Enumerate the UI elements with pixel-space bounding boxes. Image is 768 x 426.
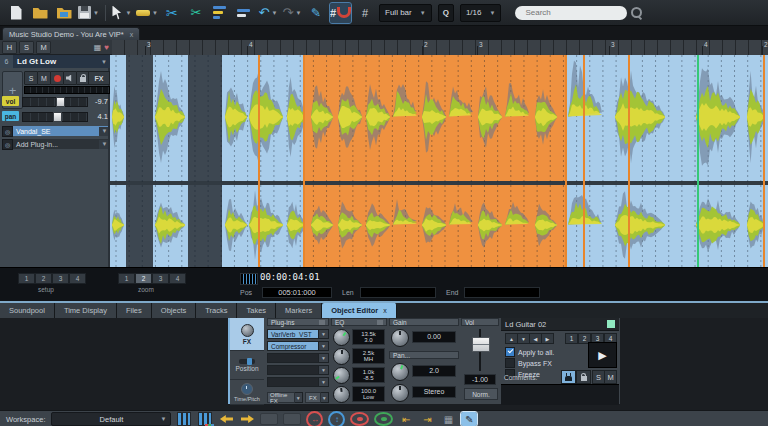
object-nav-arrow[interactable]: ▶: [541, 333, 554, 344]
power-icon[interactable]: ◎: [2, 126, 13, 137]
dock-tab-objects[interactable]: Objects: [152, 303, 196, 318]
vol-fader-handle[interactable]: [472, 337, 490, 352]
zoom-button-3[interactable]: 3: [152, 273, 169, 284]
quantize-value-select[interactable]: 1/16 ▼: [460, 4, 502, 22]
normalize-button[interactable]: Norm.: [464, 388, 498, 400]
pos-field[interactable]: 005:01:000: [262, 287, 332, 298]
pan-handle[interactable]: [53, 112, 62, 122]
object-draw-tool-icon[interactable]: ▼: [136, 3, 158, 23]
track-mute-button[interactable]: M: [37, 71, 51, 85]
track-title-bar[interactable]: 6 Ld Gt Low ▼: [0, 55, 110, 68]
stereo-value[interactable]: Stereo: [412, 386, 456, 398]
chevron-down-icon[interactable]: ▼: [295, 392, 303, 403]
pan-knob[interactable]: [391, 363, 409, 381]
eq-knob-3[interactable]: [333, 367, 350, 384]
quantize-button[interactable]: Q: [438, 4, 454, 22]
dock-tab-soundpool[interactable]: Soundpool: [0, 303, 55, 318]
timecode-display[interactable]: 00:00:04:01: [260, 272, 320, 282]
import-audio-icon[interactable]: [54, 3, 74, 23]
disabled-button[interactable]: [283, 412, 301, 426]
plugin-slot[interactable]: ◎ Vandal_SE ▼: [2, 126, 108, 136]
fx-plugin-slot[interactable]: Compressor▼: [267, 341, 329, 351]
object-preset-1[interactable]: 1: [565, 333, 578, 344]
object-left-icon[interactable]: [218, 412, 234, 426]
setup-button-2[interactable]: 2: [35, 273, 52, 284]
dock-tab-tracks[interactable]: Tracks: [196, 303, 237, 318]
mini-button[interactable]: [377, 320, 383, 325]
lock-button[interactable]: [576, 370, 591, 384]
chevron-down-icon[interactable]: ▼: [99, 127, 108, 136]
zoom-vertical-icon[interactable]: ↕: [328, 412, 345, 426]
track-name[interactable]: Ld Gt Low: [17, 57, 56, 66]
zoom-button-1[interactable]: 1: [118, 273, 135, 284]
eq-knob-1[interactable]: [333, 329, 350, 346]
comments-box[interactable]: [501, 384, 619, 405]
checkbox-icon[interactable]: [505, 358, 515, 368]
fx-plugin-slot[interactable]: ▼: [267, 377, 329, 387]
group-objects-icon[interactable]: [234, 3, 254, 23]
cut-tool-icon[interactable]: ✂: [162, 3, 182, 23]
dock-tab-time-display[interactable]: Time Display: [55, 303, 117, 318]
setup-button-1[interactable]: 1: [18, 273, 35, 284]
chevron-down-icon[interactable]: ▼: [319, 341, 329, 351]
grid-view-icon[interactable]: ▦: [440, 412, 456, 426]
eq-knob-2[interactable]: [333, 348, 350, 365]
chevron-down-icon[interactable]: ▼: [319, 365, 329, 375]
fx-plugin-slot[interactable]: VariVerb_VST▼: [267, 329, 329, 339]
favorites-icon[interactable]: ♥: [104, 43, 109, 52]
zoom-horizontal-icon[interactable]: ↔: [306, 412, 323, 426]
zoom-in-object-icon[interactable]: [374, 412, 393, 426]
mute-all-button[interactable]: M: [36, 41, 51, 54]
tab-position[interactable]: Position: [230, 351, 264, 380]
chevron-down-icon[interactable]: ▼: [99, 140, 108, 149]
chevron-down-icon[interactable]: ▼: [319, 377, 329, 387]
gain-knob[interactable]: [391, 329, 409, 347]
draw-pen-icon[interactable]: ✎: [306, 3, 326, 23]
dock-tab-markers[interactable]: Markers: [276, 303, 322, 318]
stereo-knob[interactable]: [391, 384, 409, 402]
timeline-ruler[interactable]: 3423342: [112, 40, 768, 56]
redo-icon[interactable]: ↷▼: [282, 3, 302, 23]
snap-grid-icon[interactable]: #: [355, 3, 375, 23]
grid-view-icon[interactable]: ▦: [94, 43, 102, 52]
chevron-down-icon[interactable]: ▼: [101, 59, 110, 65]
cursor-tool-icon[interactable]: ▼: [112, 3, 132, 23]
arrangement-area[interactable]: [110, 55, 768, 267]
pan-slider[interactable]: [22, 112, 88, 122]
mixer-icon[interactable]: [176, 412, 192, 426]
bypass-fx-checkbox[interactable]: Bypass FX: [505, 358, 552, 368]
add-plugin-slot[interactable]: ◎ Add Plug-in... ▼: [2, 139, 108, 149]
end-field[interactable]: [464, 287, 540, 298]
undo-icon[interactable]: ↶▼: [258, 3, 278, 23]
search-icon[interactable]: [631, 7, 642, 18]
save-icon[interactable]: ▼: [78, 3, 99, 23]
chevron-down-icon[interactable]: ▼: [319, 329, 329, 339]
snap-mode-select[interactable]: Full bar ▼: [379, 4, 432, 22]
zoom-out-object-icon[interactable]: [350, 412, 369, 426]
fx-button[interactable]: FX: [305, 392, 321, 403]
close-icon[interactable]: x: [383, 307, 387, 314]
new-project-icon[interactable]: [6, 3, 26, 23]
zoom-button-4[interactable]: 4: [169, 273, 186, 284]
open-project-icon[interactable]: [30, 3, 50, 23]
hide-button[interactable]: H: [2, 41, 17, 54]
setup-button-4[interactable]: 4: [69, 273, 86, 284]
collapse-right-icon[interactable]: ⇥: [419, 412, 435, 426]
draw-mode-icon[interactable]: ✎: [461, 412, 477, 426]
object-right-icon[interactable]: [239, 412, 255, 426]
chevron-down-icon[interactable]: ▼: [319, 353, 329, 363]
len-field[interactable]: [360, 287, 436, 298]
volume-slider[interactable]: [22, 97, 88, 107]
tab-timepitch[interactable]: Time/Pitch: [230, 380, 264, 405]
collapse-left-icon[interactable]: ⇤: [398, 412, 414, 426]
tab-fx[interactable]: FX: [230, 318, 264, 351]
dock-tab-takes[interactable]: Takes: [237, 303, 276, 318]
snap-magnet-icon[interactable]: #: [330, 3, 351, 23]
project-tab[interactable]: Music Studio Demo - You Are VIP* x: [2, 27, 140, 41]
volume-handle[interactable]: [56, 97, 65, 107]
checkbox-checked-icon[interactable]: [505, 347, 515, 357]
search-input[interactable]: [523, 7, 619, 18]
disabled-button[interactable]: [260, 412, 278, 426]
workspace-select[interactable]: Default ▼: [51, 412, 171, 426]
apply-to-all-checkbox[interactable]: Apply to all.: [505, 347, 554, 357]
